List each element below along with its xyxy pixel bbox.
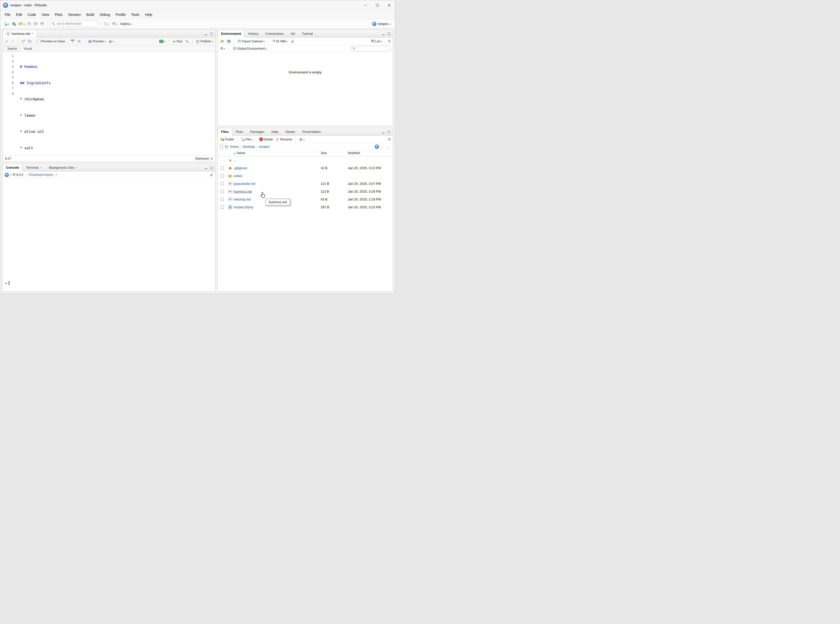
console-prompt-line[interactable]: > <box>5 281 213 285</box>
open-directory-icon[interactable] <box>55 173 57 176</box>
tab-presentation[interactable]: Presentation <box>299 128 324 135</box>
new-file-button[interactable]: File <box>240 136 253 142</box>
print-button[interactable] <box>39 21 45 27</box>
select-all-checkbox[interactable] <box>220 145 223 148</box>
maximize-window-button[interactable] <box>371 0 383 10</box>
tab-help[interactable]: Help <box>268 128 282 135</box>
console-output[interactable]: > <box>3 178 215 291</box>
code-lines[interactable]: # Hummus ## Ingredients * chickpeas * le… <box>17 53 215 155</box>
file-row-rproj[interactable]: R recipes.Rproj 267 B Jan 20, 2025, 3:13… <box>218 203 393 211</box>
menu-view[interactable]: View <box>39 11 52 18</box>
forward-button[interactable] <box>10 39 15 44</box>
memory-usage-button[interactable]: 91 MiB <box>270 38 289 44</box>
compile-report-button[interactable] <box>103 21 110 27</box>
open-in-new-window-button[interactable] <box>20 39 26 44</box>
menu-file[interactable]: File <box>2 11 13 18</box>
breadcrumb-recipes[interactable]: recipes <box>259 145 270 148</box>
new-folder-button[interactable]: Folder <box>219 136 235 142</box>
updir-link[interactable]: .. <box>234 158 235 162</box>
tab-viewer[interactable]: Viewer <box>282 128 299 135</box>
row-checkbox[interactable] <box>221 205 224 209</box>
menu-build[interactable]: Build <box>84 11 97 18</box>
menu-code[interactable]: Code <box>25 11 39 18</box>
maximize-pane-icon[interactable] <box>387 32 391 36</box>
column-header-size[interactable]: Size <box>321 151 348 155</box>
delete-button[interactable]: ×Delete <box>258 136 274 142</box>
tab-plots[interactable]: Plots <box>232 128 247 135</box>
file-link-hovered[interactable]: hummus.md <box>234 190 252 193</box>
open-file-button[interactable] <box>18 21 26 27</box>
editor-line[interactable]: ## Ingredients <box>20 80 215 86</box>
editor-line[interactable]: * salt <box>20 145 215 151</box>
import-dataset-button[interactable]: Import Dataset <box>236 38 266 44</box>
addins-button[interactable]: Addins <box>119 21 133 27</box>
file-link[interactable]: recipes.Rproj <box>234 205 253 209</box>
menu-profile[interactable]: Profile <box>113 11 128 18</box>
file-row-hummus[interactable]: MD hummus.md 113 B Jan 20, 2025, 3:29 PM <box>218 188 393 195</box>
close-window-button[interactable]: × <box>383 0 395 10</box>
minimize-pane-icon[interactable] <box>381 130 386 134</box>
home-icon[interactable] <box>225 145 229 148</box>
knit-settings-button[interactable] <box>107 39 115 44</box>
menu-session[interactable]: Session <box>66 11 83 18</box>
code-editor[interactable]: 1 2 3 4 5 6 7 8 # Hummus ## Ingredients … <box>3 52 215 155</box>
display-mode-button[interactable]: List <box>370 39 383 44</box>
maximize-pane-icon[interactable] <box>209 166 214 170</box>
clear-environment-button[interactable] <box>289 38 295 44</box>
environment-scope-button[interactable]: Global Environment <box>232 46 268 51</box>
save-all-button[interactable] <box>32 21 39 27</box>
clear-console-broom-icon[interactable] <box>209 173 213 177</box>
tab-background-jobs[interactable]: Background Jobs <box>45 164 81 171</box>
project-menu-button[interactable]: R recipes <box>370 21 393 27</box>
language-mode-selector-icon[interactable] <box>210 157 213 161</box>
language-selector-button[interactable]: R <box>219 46 226 51</box>
tab-terminal[interactable]: Terminal <box>22 164 45 171</box>
row-checkbox[interactable] <box>221 198 224 201</box>
tab-console[interactable]: Console <box>3 164 22 171</box>
maximize-pane-icon[interactable] <box>387 130 391 134</box>
tab-files[interactable]: Files <box>218 128 232 136</box>
save-workspace-button[interactable] <box>226 39 232 44</box>
cursor-position-label[interactable]: 8:27 <box>5 157 11 161</box>
file-row-cakes[interactable]: cakes <box>218 172 393 180</box>
rerun-button[interactable] <box>184 38 190 44</box>
working-directory-link[interactable]: ~/Desktop/recipes/ <box>27 173 54 176</box>
file-row-updir[interactable]: .. <box>218 156 393 164</box>
close-tab-icon[interactable] <box>40 166 42 170</box>
breadcrumb-home[interactable]: Home <box>230 145 239 148</box>
close-tab-icon[interactable] <box>31 32 34 36</box>
environment-search-input[interactable] <box>357 47 389 50</box>
file-link[interactable]: guacamole.md <box>234 182 255 185</box>
spellcheck-button[interactable]: ABC✓ <box>70 38 76 44</box>
menu-debug[interactable]: Debug <box>97 11 113 18</box>
more-columns-button[interactable]: ... <box>385 145 391 148</box>
goto-file-input[interactable] <box>50 21 98 27</box>
row-checkbox[interactable] <box>221 174 224 178</box>
load-workspace-button[interactable] <box>219 38 225 44</box>
preview-on-save-checkbox[interactable] <box>37 40 40 43</box>
insert-chunk-button[interactable]: +C <box>158 39 167 44</box>
editor-line[interactable]: # Hummus <box>20 64 215 70</box>
maximize-pane-icon[interactable] <box>209 32 214 36</box>
row-checkbox[interactable] <box>221 167 224 170</box>
row-checkbox[interactable] <box>221 182 224 185</box>
tab-history[interactable]: History <box>244 30 262 37</box>
minimize-pane-icon[interactable] <box>204 166 208 170</box>
tab-connections[interactable]: Connections <box>262 30 287 37</box>
mode-tab-source[interactable]: Source <box>4 46 20 51</box>
menu-edit[interactable]: Edit <box>14 11 25 18</box>
save-button[interactable] <box>26 21 32 27</box>
file-row-ketchup[interactable]: MD ketchup.md 43 B Jan 20, 2025, 2:18 PM <box>218 195 393 203</box>
preview-button[interactable]: Preview <box>87 39 107 44</box>
file-link[interactable]: ketchup.md <box>234 198 250 201</box>
rename-button[interactable]: Rename <box>275 136 293 142</box>
tab-packages[interactable]: Packages <box>247 128 268 135</box>
tab-environment[interactable]: Environment <box>218 30 244 37</box>
tab-git[interactable]: Git <box>287 30 298 37</box>
find-replace-button[interactable] <box>76 39 82 44</box>
editor-line[interactable]: * olive oil <box>20 129 215 134</box>
minimize-window-button[interactable] <box>360 0 371 10</box>
minimize-pane-icon[interactable] <box>204 32 208 36</box>
more-file-commands-button[interactable] <box>298 136 306 142</box>
menu-plots[interactable]: Plots <box>52 11 65 18</box>
